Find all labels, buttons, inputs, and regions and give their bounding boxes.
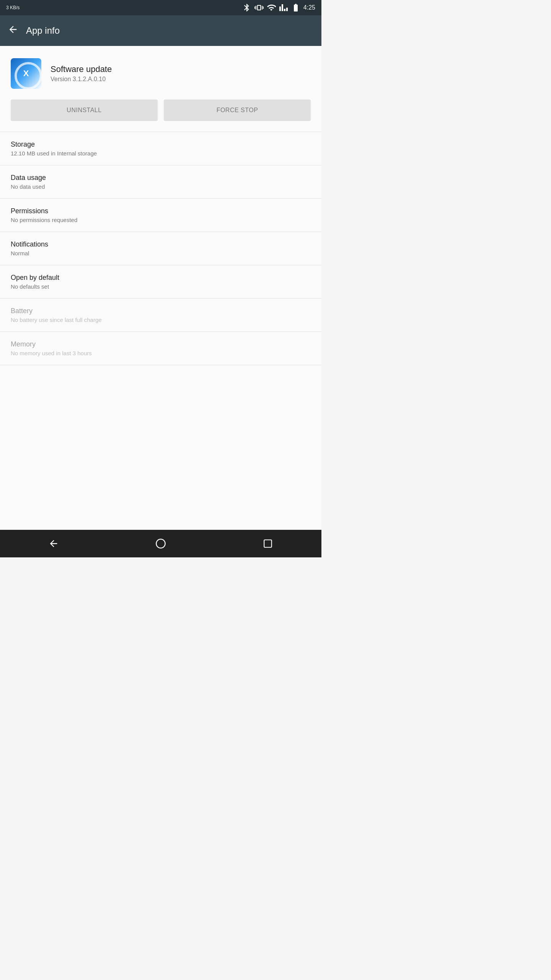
list-item[interactable]: MemoryNo memory used in last 3 hours xyxy=(0,332,321,365)
list-item-title: Data usage xyxy=(11,174,311,182)
app-header: Software update Version 3.1.2.A.0.10 xyxy=(0,46,321,100)
list-item[interactable]: PermissionsNo permissions requested xyxy=(0,199,321,232)
app-icon-wrapper xyxy=(11,58,41,89)
list-item[interactable]: Open by defaultNo defaults set xyxy=(0,265,321,298)
list-item[interactable]: NotificationsNormal xyxy=(0,232,321,265)
list-item-subtitle: 12.10 MB used in Internal storage xyxy=(11,150,311,157)
uninstall-button[interactable]: UNINSTALL xyxy=(11,100,158,121)
time: 4:25 xyxy=(303,4,315,11)
network-speed: 3 KB/s xyxy=(6,5,20,10)
vibrate-icon xyxy=(254,3,264,12)
list-item-subtitle: No permissions requested xyxy=(11,217,311,223)
signal-icon xyxy=(279,3,288,12)
bottom-nav xyxy=(0,530,321,557)
list-item[interactable]: Storage12.10 MB used in Internal storage xyxy=(0,132,321,165)
list-item[interactable]: Data usageNo data used xyxy=(0,165,321,198)
app-version: Version 3.1.2.A.0.10 xyxy=(51,76,112,83)
wifi-icon xyxy=(267,3,276,12)
list-item[interactable]: BatteryNo battery use since last full ch… xyxy=(0,299,321,332)
list-item-title: Open by default xyxy=(11,274,311,282)
list-item-title: Storage xyxy=(11,140,311,149)
battery-icon xyxy=(291,3,300,12)
list-item-subtitle: No data used xyxy=(11,183,311,190)
divider-7 xyxy=(0,365,321,365)
list-item-subtitle: Normal xyxy=(11,250,311,256)
settings-list: Storage12.10 MB used in Internal storage… xyxy=(0,132,321,365)
list-item-subtitle: No defaults set xyxy=(11,283,311,290)
status-icons: 4:25 xyxy=(242,3,315,12)
back-button[interactable] xyxy=(8,24,18,37)
app-bar: App info xyxy=(0,15,321,46)
app-bar-title: App info xyxy=(26,25,60,36)
list-item-subtitle: No battery use since last full charge xyxy=(11,317,311,323)
force-stop-button[interactable]: FORCE STOP xyxy=(164,100,311,121)
nav-back-button[interactable] xyxy=(44,534,63,553)
app-icon xyxy=(11,58,41,89)
app-name: Software update xyxy=(51,64,112,74)
content-area: Software update Version 3.1.2.A.0.10 UNI… xyxy=(0,46,321,530)
list-item-title: Battery xyxy=(11,307,311,315)
list-item-title: Notifications xyxy=(11,240,311,248)
status-bar: 3 KB/s 4:25 xyxy=(0,0,321,15)
svg-rect-1 xyxy=(264,540,272,547)
action-buttons: UNINSTALL FORCE STOP xyxy=(0,100,321,132)
app-info-text: Software update Version 3.1.2.A.0.10 xyxy=(51,64,112,83)
nav-home-button[interactable] xyxy=(152,534,170,553)
list-item-subtitle: No memory used in last 3 hours xyxy=(11,350,311,356)
list-item-title: Memory xyxy=(11,340,311,348)
bluetooth-icon xyxy=(242,3,251,12)
svg-point-0 xyxy=(156,539,165,548)
nav-recents-button[interactable] xyxy=(259,534,277,553)
list-item-title: Permissions xyxy=(11,207,311,215)
